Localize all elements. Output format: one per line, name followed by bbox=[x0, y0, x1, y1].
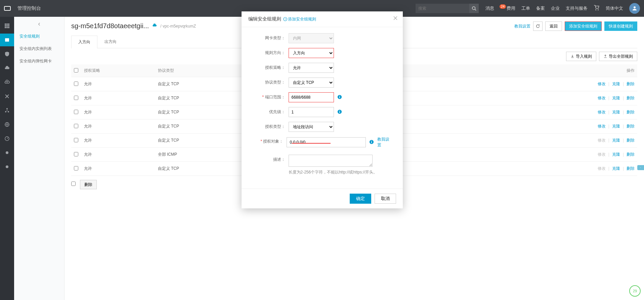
modal-close-button[interactable] bbox=[393, 15, 398, 17]
modal-help-link[interactable]: ?添加安全组规则 bbox=[283, 16, 316, 17]
add-rule-modal: 编辑安全组规则 ?添加安全组规则 网卡类型： 内网 规则方向： 入方向 授权策略… bbox=[242, 11, 403, 17]
modal-title: 编辑安全组规则 bbox=[248, 16, 281, 17]
